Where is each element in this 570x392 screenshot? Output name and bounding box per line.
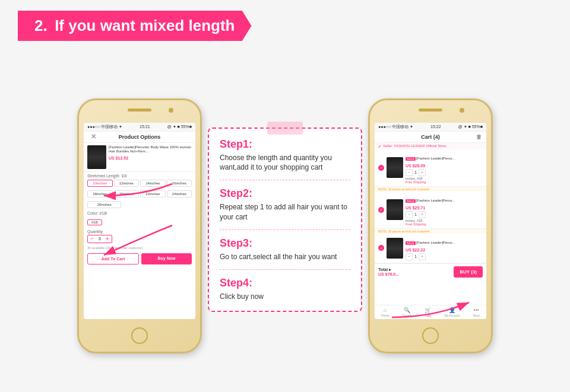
item3-qty-num: 1 [414, 254, 417, 259]
item3-plus[interactable]: + [419, 253, 426, 260]
item1-minus[interactable]: − [406, 169, 413, 176]
nav-search[interactable]: 🔍 Search [403, 307, 412, 317]
item3-checkbox[interactable]: ✓ [378, 245, 384, 251]
phone1-speaker [128, 109, 151, 111]
product-name: [Fashion Leader]Peruvian Body Wave 100% … [109, 145, 192, 155]
phone2-status-right: @ ✦ ■ 55%■ [458, 125, 483, 129]
step1-title: Step1: [220, 138, 350, 151]
size-26inches[interactable]: 26inches [87, 201, 121, 208]
phone1-screen-title: Product Options [119, 134, 161, 140]
phone2-status-left: ●●●○○ 中国移动 ✦ [378, 124, 413, 130]
item1-qty-num: 1 [414, 170, 417, 174]
quantity-value: 3 [96, 236, 103, 241]
total-label: Total ▸ [378, 267, 399, 272]
cart-title: Cart (4) [421, 134, 440, 140]
main-area: ●●●○○ 中国移动 ✦ 15:21 @ ✦ ■ 55%■ ✕ Product … [0, 47, 570, 392]
nav-search-label: Search [403, 314, 412, 317]
phone1-screen-header: ✕ Product Options [84, 132, 195, 143]
total-info: Total ▸ US $76.0... [378, 267, 399, 276]
search-icon: 🔍 [404, 307, 410, 313]
step3-desc: Go to cart,select all the hair you want [220, 252, 350, 262]
nav-more[interactable]: ••• More [473, 307, 480, 317]
cart-item-2: ✓ SALE [Fashion Leader]Peruv... US $25.7… [375, 192, 486, 229]
seller-row: ✔ Seller: FASHION LEADER Official Store [375, 143, 486, 149]
size-18inches[interactable]: 18inches [87, 190, 113, 197]
buy-now-button[interactable]: Buy Now [141, 253, 192, 264]
more-icon: ••• [474, 307, 479, 313]
phone1-status-time: 15:21 [140, 125, 150, 129]
step4-desc: Click buy now [220, 292, 350, 302]
quantity-section: Quantity − 3 + [84, 228, 195, 245]
total-price: US $76.0... [378, 272, 399, 276]
phone2-home-button[interactable] [422, 327, 439, 344]
nav-cart[interactable]: 🛒 Cart [425, 307, 431, 317]
nav-account-label: My Account [445, 314, 460, 317]
stock-note: 30 available (20 at most per customer) [84, 246, 195, 250]
phone1-status-right: @ ✦ ■ 55%■ [167, 125, 192, 129]
nav-home[interactable]: ⌂ Home [381, 307, 389, 317]
item2-name: [Fashion Leader]Peruv... [416, 199, 455, 203]
tape-decoration [267, 122, 303, 135]
size-22inches[interactable]: 22inches [140, 190, 166, 197]
steps-card: Step1: Choose the length and quantity yo… [208, 128, 362, 313]
home-icon: ⌂ [384, 307, 387, 313]
phone2-speaker [419, 109, 442, 111]
step2-title: Step2: [220, 187, 350, 200]
product-price: US $12.92 [109, 156, 192, 160]
item1-name: [Fashion Leader]Peruv... [416, 157, 455, 161]
item3-image [387, 238, 403, 259]
trash-icon[interactable]: 🗑 [476, 134, 482, 140]
item3-minus[interactable]: − [406, 253, 413, 260]
size-24inches[interactable]: 24inches [167, 190, 192, 197]
phone1-home-button[interactable] [131, 327, 148, 344]
size-12inches[interactable]: 12inches [114, 180, 140, 187]
step2-desc: Repeat step 1 to add all hair you want t… [220, 202, 350, 222]
item2-price: US $25.71 [406, 206, 483, 210]
close-icon[interactable]: ✕ [91, 133, 96, 141]
size-14inches[interactable]: 14inches [140, 180, 166, 187]
item2-plus[interactable]: + [419, 211, 426, 218]
phone2-status-time: 15:22 [430, 125, 441, 129]
add-to-cart-button[interactable]: Add To Cart [87, 253, 139, 264]
size-grid-row3: 26inches [84, 200, 195, 209]
phone1: ●●●○○ 中国移动 ✦ 15:21 @ ✦ ■ 55%■ ✕ Product … [77, 98, 202, 353]
size-16inches[interactable]: 16inches [167, 180, 192, 187]
step4-item: Step4: Click buy now [220, 277, 350, 302]
item2-note: NOTE: 20 pieces at most per customer [375, 229, 486, 234]
phone2-status-bar: ●●●○○ 中国移动 ✦ 15:22 @ ✦ ■ 55%■ [375, 123, 486, 132]
item1-plus[interactable]: + [419, 169, 426, 176]
cart-item-3: ✓ SALE [Fashion Leader]Peruv... US $22.2… [375, 234, 486, 263]
phone1-status-bar: ●●●○○ 中国移动 ✦ 15:21 @ ✦ ■ 55%■ [84, 123, 195, 132]
quantity-decrease[interactable]: − [90, 236, 94, 242]
item1-shipping: Free Shipping [406, 180, 483, 184]
cart-total-row: Total ▸ US $76.0... BUY (3) [375, 263, 486, 280]
item2-checkbox[interactable]: ✓ [378, 207, 384, 213]
product-info: [Fashion Leader]Peruvian Body Wave 100% … [109, 145, 192, 169]
phone1-status-left: ●●●○○ 中国移动 ✦ [87, 124, 122, 130]
quantity-increase[interactable]: + [106, 236, 109, 242]
item2-image [387, 199, 403, 220]
color-chip[interactable]: #1B [87, 219, 102, 225]
item1-note: NOTE: 20 pieces at most per customer [375, 187, 486, 192]
item2-minus[interactable]: − [406, 211, 413, 218]
nav-account[interactable]: 👤 My Account [445, 307, 460, 317]
item3-badge: SALE [Fashion Leader]Peruv... [406, 241, 455, 245]
cart-item-1: ✓ SALE [Fashion Leader]Peruv... US $28.0… [375, 149, 486, 187]
size-20inches[interactable]: 20inches [114, 190, 140, 197]
header-title: 2. [34, 17, 48, 34]
item2-qty-num: 1 [414, 212, 417, 216]
cart-header: Cart (4) 🗑 [375, 132, 486, 143]
color-section: Color: #1B #1B [84, 209, 195, 228]
bottom-nav: ⌂ Home 🔍 Search 🛒 Cart 👤 My Account ••• [375, 305, 486, 319]
cart-icon: 🛒 [425, 307, 431, 313]
item2-shipping: Free Shipping [406, 222, 483, 226]
size-10inches[interactable]: 10inches [87, 180, 113, 187]
step4-title: Step4: [220, 277, 350, 289]
item1-checkbox[interactable]: ✓ [378, 165, 384, 171]
step1-item: Step1: Choose the length and quantity yo… [220, 138, 350, 181]
item1-price: US $28.09 [406, 164, 483, 168]
sale-badge-1: SALE [406, 157, 416, 161]
step1-desc: Choose the length and quantity you want,… [220, 153, 350, 173]
step3-item: Step3: Go to cart,select all the hair yo… [220, 237, 350, 270]
buy-button[interactable]: BUY (3) [454, 266, 483, 278]
